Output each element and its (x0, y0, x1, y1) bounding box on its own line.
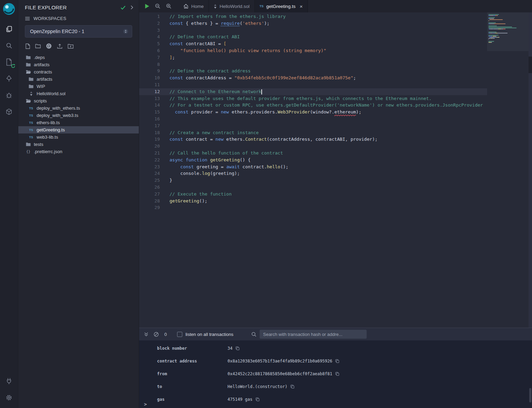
github-clone-icon[interactable] (46, 43, 52, 49)
plugin-manager-icon[interactable] (0, 373, 18, 389)
expand-terminal-icon[interactable] (144, 332, 148, 337)
tab-getGreeting.ts[interactable]: TSgetGreeting.ts× (255, 0, 308, 12)
line-number[interactable]: 12 (139, 88, 160, 95)
chevron-right-icon[interactable] (130, 5, 133, 10)
hamburger-menu-icon[interactable] (25, 17, 30, 21)
file-item[interactable]: artifacts (18, 76, 139, 83)
tab-HelloWorld.sol[interactable]: HelloWorld.sol (209, 0, 255, 12)
settings-icon[interactable] (0, 389, 18, 406)
terminal-scrollbar-thumb[interactable] (529, 388, 531, 402)
line-number[interactable]: 18 (139, 129, 160, 136)
terminal-search-input[interactable] (260, 330, 367, 339)
search-icon[interactable] (0, 37, 18, 54)
line-number[interactable]: 29 (139, 204, 160, 211)
tx-detail-row[interactable]: contract address0x8a120383e6057b1f3aef4f… (139, 355, 532, 367)
code-line[interactable]: 4// Define the contract ABI (139, 33, 532, 40)
code-line[interactable]: 8 (139, 61, 532, 68)
listen-all-transactions-checkbox[interactable] (177, 332, 182, 337)
zoom-out-icon[interactable] (155, 3, 161, 9)
line-number[interactable]: 23 (139, 163, 160, 170)
file-item[interactable]: TSweb3-lib.ts (18, 133, 139, 141)
tx-detail-row[interactable]: gas475149 gas (139, 393, 532, 406)
file-item[interactable]: artifacts (18, 61, 139, 68)
file-item[interactable]: HelloWorld.sol (18, 90, 139, 97)
file-item[interactable]: contracts (18, 68, 139, 76)
line-number[interactable]: 6 (139, 47, 160, 54)
run-script-icon[interactable] (145, 3, 149, 9)
tab-Home[interactable]: Home (178, 0, 209, 12)
line-number[interactable]: 27 (139, 191, 160, 198)
upload-folder-icon[interactable] (68, 44, 74, 49)
copy-icon[interactable] (255, 397, 260, 401)
editor-scrollbar-thumb[interactable] (529, 57, 532, 73)
copy-icon[interactable] (235, 346, 240, 350)
file-item[interactable]: TSdeploy_with_web3.ts (18, 112, 139, 119)
code-line[interactable]: 23 const greeting = await contract.hello… (139, 163, 532, 170)
line-number[interactable]: 13 (139, 95, 160, 102)
code-line[interactable]: 3 (139, 27, 532, 34)
line-number[interactable]: 25 (139, 177, 160, 184)
line-number[interactable]: 21 (139, 150, 160, 157)
line-number[interactable]: 24 (139, 170, 160, 177)
line-number[interactable]: 19 (139, 136, 160, 143)
code-line[interactable]: 25} (139, 177, 532, 184)
deploy-run-icon[interactable] (0, 70, 18, 87)
line-number[interactable]: 14 (139, 102, 160, 109)
zoom-in-icon[interactable] (166, 3, 172, 9)
file-item[interactable]: WIP (18, 83, 139, 90)
line-number[interactable]: 3 (139, 27, 160, 34)
clear-console-icon[interactable] (154, 332, 159, 337)
line-number[interactable]: 11 (139, 81, 160, 88)
code-line[interactable]: 16 (139, 116, 532, 122)
code-line[interactable]: 26 (139, 184, 532, 191)
line-number[interactable]: 17 (139, 122, 160, 129)
new-file-icon[interactable] (26, 43, 30, 49)
code-line[interactable]: 6 "function hello() public view returns … (139, 47, 532, 54)
code-editor[interactable]: 1// Import ethers from the ethers.js lib… (139, 12, 532, 328)
editor-scrollbar[interactable] (529, 12, 532, 328)
copy-icon[interactable] (290, 385, 294, 389)
code-line[interactable]: 20 (139, 143, 532, 150)
code-line[interactable]: 21// Call the hello function of the cont… (139, 150, 532, 157)
line-number[interactable]: 9 (139, 68, 160, 74)
copy-icon[interactable] (335, 372, 339, 376)
remix-logo[interactable] (2, 2, 16, 16)
code-line[interactable]: 28getGreeting(); (139, 198, 532, 205)
code-line[interactable]: 2const { ethers } = require('ethers'); (139, 20, 532, 27)
code-line[interactable]: 5const contractABI = [ (139, 40, 532, 47)
code-line[interactable]: 22async function getGreeting() { (139, 157, 532, 163)
line-number[interactable]: 4 (139, 33, 160, 40)
code-line[interactable]: 7]; (139, 54, 532, 61)
code-line[interactable]: 12// Connect to the Ethereum network (139, 88, 532, 95)
upload-file-icon[interactable] (57, 43, 62, 49)
code-line[interactable]: 11 (139, 81, 532, 88)
file-item[interactable]: {}.prettierrc.json (18, 148, 139, 155)
new-folder-icon[interactable] (35, 44, 41, 48)
file-item[interactable]: TSethers-lib.ts (18, 119, 139, 126)
code-line[interactable]: 18// Create a new contract instance (139, 129, 532, 136)
tx-detail-row[interactable]: toHelloWorld.(constructor) (139, 380, 532, 393)
code-line[interactable]: 17 (139, 122, 532, 129)
code-line[interactable]: 29 (139, 204, 532, 211)
terminal-search-icon[interactable] (251, 332, 257, 337)
file-item[interactable]: TSgetGreeting.ts (18, 126, 139, 133)
line-number[interactable]: 10 (139, 74, 160, 81)
debugger-icon[interactable] (0, 87, 18, 103)
code-line[interactable]: 13// This example uses the default provi… (139, 95, 532, 102)
code-line[interactable]: 14// For a testnet or custom RPC, use et… (139, 102, 532, 109)
tx-detail-row[interactable]: from0x42452c22c88178685850e68beb6cf0f2ae… (139, 367, 532, 380)
terminal-output[interactable]: block number34contract address0x8a120383… (139, 340, 532, 408)
tx-detail-row[interactable]: block number34 (139, 342, 532, 355)
minimap[interactable] (487, 12, 529, 328)
copy-icon[interactable] (335, 359, 339, 363)
close-icon[interactable]: × (300, 4, 303, 9)
file-item[interactable]: tests (18, 141, 139, 148)
line-number[interactable]: 1 (139, 13, 160, 20)
line-number[interactable]: 5 (139, 40, 160, 47)
plugins-icon[interactable] (0, 103, 18, 120)
code-line[interactable]: 15 const provider = new ethers.providers… (139, 109, 532, 116)
file-explorer-icon[interactable] (0, 21, 18, 37)
code-line[interactable]: 1// Import ethers from the ethers.js lib… (139, 13, 532, 20)
line-number[interactable]: 22 (139, 157, 160, 163)
workspace-select[interactable]: OpenZeppelin ERC20 - 1 (25, 25, 132, 38)
